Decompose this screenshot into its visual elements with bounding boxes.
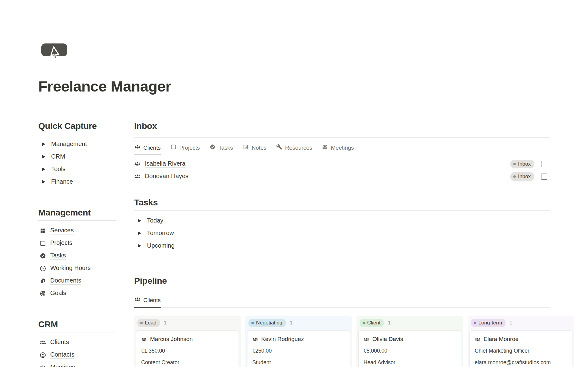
tab-pipeline-clients[interactable]: Clients xyxy=(134,294,161,308)
sidebar-link[interactable]: Clients xyxy=(50,339,69,346)
toggle-arrow-icon[interactable] xyxy=(40,165,47,173)
tab-notes[interactable]: Notes xyxy=(243,141,267,155)
sidebar-link[interactable]: Projects xyxy=(50,239,72,247)
management-heading: Management xyxy=(38,207,116,221)
check-circle-icon xyxy=(209,144,216,152)
toggle-arrow-icon[interactable] xyxy=(135,217,143,225)
card-title: Kevin Rodriguez xyxy=(261,336,304,343)
kanban-card-olivia-davis[interactable]: Olivia Davis €5,000.00 Head Advisor xyxy=(358,330,461,367)
sidebar-item-projects[interactable]: Projects xyxy=(38,237,116,249)
toggle-crm[interactable]: CRM xyxy=(38,150,116,163)
pipeline-heading: Pipeline xyxy=(134,275,550,290)
tab-tasks[interactable]: Tasks xyxy=(209,141,233,155)
wrench-icon xyxy=(276,144,282,152)
crm-heading: CRM xyxy=(38,319,116,332)
sidebar-link[interactable]: Services xyxy=(50,227,74,234)
toggle-label: Today xyxy=(147,217,163,224)
cursor-click-logo-icon xyxy=(41,43,68,67)
sidebar-item-contacts[interactable]: Contacts xyxy=(38,349,116,361)
people-icon xyxy=(475,336,481,342)
status-dot-icon xyxy=(474,322,476,324)
sidebar-link[interactable]: Contacts xyxy=(50,351,74,359)
grid-icon xyxy=(39,227,47,235)
main-content: Inbox Clients Projects Tasks xyxy=(134,120,550,367)
column-status-badge[interactable]: Lead xyxy=(137,319,160,327)
column-count: 1 xyxy=(509,320,512,326)
documents-icon xyxy=(39,277,47,285)
inbox-tabbar: Clients Projects Tasks Notes xyxy=(134,138,550,155)
toggle-arrow-icon[interactable] xyxy=(135,229,143,237)
people-icon xyxy=(141,336,147,342)
management-group: Management Services Projects Tasks xyxy=(38,207,116,300)
row-checkbox[interactable] xyxy=(541,174,547,180)
sidebar-item-documents[interactable]: Documents xyxy=(38,275,116,287)
toggle-label: Finance xyxy=(51,178,73,185)
column-status-badge[interactable]: Long-term xyxy=(471,319,506,327)
card-role: Student xyxy=(252,359,345,366)
toggle-arrow-icon[interactable] xyxy=(135,242,143,250)
sidebar-item-working-hours[interactable]: Working Hours xyxy=(38,262,116,275)
toggle-label: Management xyxy=(51,140,87,148)
check-circle-icon xyxy=(39,252,47,260)
status-dot-icon xyxy=(513,163,516,165)
card-title: Marcus Johnson xyxy=(150,336,193,343)
people-icon xyxy=(134,296,141,304)
meeting-icon xyxy=(322,144,328,152)
sidebar: Quick Capture Management CRM Tools xyxy=(38,120,116,367)
kanban-card-marcus-johnson[interactable]: Marcus Johnson €1,350.00 Content Creator xyxy=(136,330,239,367)
crm-group: CRM Clients Contacts Meetings xyxy=(38,319,116,367)
column-status-badge[interactable]: Client xyxy=(360,319,384,327)
toggle-today[interactable]: Today xyxy=(134,214,550,227)
card-email-link[interactable]: elara.monroe@craftstudios.com xyxy=(475,359,551,366)
sidebar-item-meetings[interactable]: Meetings xyxy=(38,361,116,367)
tab-label: Projects xyxy=(179,144,200,151)
sidebar-item-goals[interactable]: Goals xyxy=(38,287,116,300)
card-role: Content Creator xyxy=(141,359,234,366)
toggle-arrow-icon[interactable] xyxy=(40,178,47,186)
kanban-column-lead: Lead 1 Marcus Johnson €1,350.00 Content … xyxy=(134,316,241,367)
kanban-card-kevin-rodriguez[interactable]: Kevin Rodriguez €250.00 Student xyxy=(247,330,350,367)
card-title: Elara Monroe xyxy=(484,336,518,343)
toggle-tomorrow[interactable]: Tomorrow xyxy=(134,227,550,239)
status-dot-icon xyxy=(363,322,365,324)
sidebar-item-tasks[interactable]: Tasks xyxy=(38,249,116,262)
toggle-arrow-icon[interactable] xyxy=(40,140,47,148)
freelance-manager-page: Freelance Manager Quick Capture Manageme… xyxy=(0,0,588,367)
row-checkbox[interactable] xyxy=(541,161,547,167)
client-page-link[interactable]: Isabella Rivera xyxy=(145,160,185,168)
client-page-link[interactable]: Donovan Hayes xyxy=(145,173,188,180)
sidebar-link[interactable]: Meetings xyxy=(50,364,75,367)
column-status-label: Long-term xyxy=(478,320,502,326)
sidebar-link[interactable]: Working Hours xyxy=(50,264,91,272)
toggle-finance[interactable]: Finance xyxy=(38,175,116,188)
tab-meetings[interactable]: Meetings xyxy=(322,141,354,155)
note-icon xyxy=(243,144,249,152)
sidebar-link[interactable]: Documents xyxy=(50,277,81,285)
tab-clients[interactable]: Clients xyxy=(134,141,161,155)
status-dot-icon xyxy=(251,322,254,324)
tab-label: Meetings xyxy=(331,144,354,151)
tab-projects[interactable]: Projects xyxy=(170,141,200,155)
sidebar-link[interactable]: Goals xyxy=(50,290,66,297)
people-icon xyxy=(252,336,258,342)
tasks-section: Tasks Today Tomorrow Upcoming xyxy=(134,197,550,252)
toggle-upcoming[interactable]: Upcoming xyxy=(134,239,550,252)
card-title: Olivia Davis xyxy=(372,336,403,343)
people-icon xyxy=(134,173,142,180)
sidebar-item-services[interactable]: Services xyxy=(38,224,116,237)
toggle-tools[interactable]: Tools xyxy=(38,163,116,175)
tab-resources[interactable]: Resources xyxy=(276,141,312,155)
inbox-row-isabella-rivera: Isabella Rivera Inbox xyxy=(134,158,550,170)
toggle-arrow-icon[interactable] xyxy=(40,153,47,161)
square-icon xyxy=(171,144,177,152)
toggle-management[interactable]: Management xyxy=(38,138,116,150)
sidebar-link[interactable]: Tasks xyxy=(50,252,66,260)
people-icon xyxy=(134,161,142,167)
toggle-label: Upcoming xyxy=(147,242,175,249)
kanban-card-elara-monroe[interactable]: Elara Monroe Chief Marketing Officer ela… xyxy=(469,330,572,367)
column-status-badge[interactable]: Negotiating xyxy=(248,319,286,327)
sidebar-item-clients[interactable]: Clients xyxy=(38,336,116,349)
card-amount: €5,000.00 xyxy=(364,348,456,354)
card-amount: €1,350.00 xyxy=(141,348,234,354)
toggle-label: Tomorrow xyxy=(147,230,174,237)
